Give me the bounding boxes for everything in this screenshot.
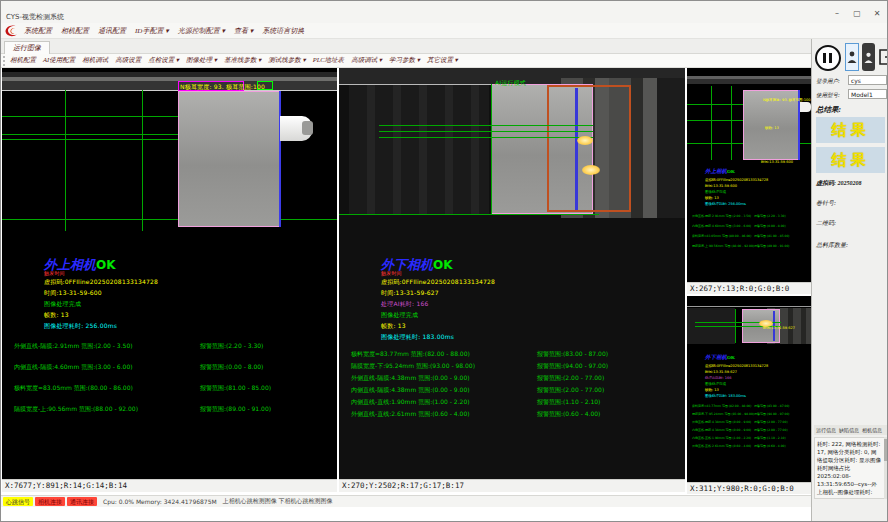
toolbar-advanced-settings[interactable]: 高级设置 [115, 56, 141, 65]
camera-result-title: 外上相机OK [705, 168, 735, 175]
login-user-field[interactable]: cys [848, 75, 887, 85]
menu-item-camera-config[interactable]: 相机配置 [61, 26, 89, 36]
minimize-icon[interactable]: – [831, 9, 843, 18]
camera-result-ok: OK [433, 258, 453, 272]
alarm-range: 报警范围:(1.10 - 2.10) [537, 398, 671, 407]
measurement-row: 内侧直线-隔膜:4.38mm 范围:(0.00 - 9.00)报警范围:(2.0… [692, 428, 808, 432]
tab-run-info[interactable]: 运行信息 [816, 427, 836, 433]
scrollbar-thumb[interactable] [884, 439, 888, 461]
close-icon[interactable]: ✕ [871, 9, 883, 18]
toolbar-baseline-params[interactable]: 基准线参数 ▾ [224, 56, 261, 65]
toolbar-image-processing[interactable]: 图像处理 ▾ [186, 56, 217, 65]
user-login-button[interactable] [845, 43, 859, 71]
done-line: 图像处理完成 [44, 300, 81, 309]
overlay-mini: 时间:13-31-59-627 [763, 326, 795, 330]
toolbar: 相机配置 AI使用配置 相机调试 高级设置 点检设置 ▾ 图像处理 ▾ 基准线参… [1, 54, 811, 68]
tab-camera-info[interactable]: 相机信息 [862, 427, 882, 433]
toolbar-camera-debug[interactable]: 相机调试 [82, 56, 108, 65]
toolbar-other-settings[interactable]: 其它设置 ▾ [427, 56, 458, 65]
alarm-range: 报警范围:(2.20 - 3.30) [200, 342, 334, 351]
frame-line: 帧数: 13 [705, 196, 719, 200]
thumbnail-view-lower[interactable]: 时间:13-31-59-627 外下相机OK 虚拟码:0FFIline20250… [687, 296, 811, 482]
measure-value: 外侧直线-直线:2.61mm 范围:(0.60 - 4.00) [351, 410, 537, 419]
measure-line [339, 214, 599, 215]
tab-defect-info[interactable]: 缺陷信息 [839, 427, 859, 433]
barcode-line: 虚拟码:0FFIline20250208133134728 [381, 278, 495, 287]
machine-edge [2, 90, 337, 91]
measurement-row: 隔膜宽度-上:90.56mm 范围:(88.00 - 92.00)报警范围:(8… [14, 405, 334, 414]
camera-name: 外上相机 [705, 168, 727, 174]
camera-name: 外下相机 [705, 354, 727, 360]
measure-value: 内侧直线-隔膜:4.60mm 范围:(3.00 - 6.00) [692, 224, 754, 228]
alarm-range: 报警范围:(83.00 - 87.00) [754, 404, 808, 408]
camera-view-lower[interactable]: AI运行模式 外下相机OK 触发时间 虚拟码:0FFIline202502081… [339, 68, 685, 479]
camera-result-title: 外下相机OK [705, 354, 735, 361]
measure-line [379, 137, 593, 138]
camera-heartbeat-readout: 上相机心跳检测图像 下相机心跳检测图像 [223, 497, 333, 506]
camera-view-upper[interactable]: N极耳宽度: 93. 极耳范围:100 外上相机OK 触发时间 虚拟码:0FFI… [2, 68, 337, 479]
edge-marker [575, 88, 578, 210]
status-bar: 心跳信号 相机连接 通讯连接 Cpu: 0.0% Memory: 3424.41… [1, 495, 811, 507]
menu-item-view[interactable]: 查看 ▾ [234, 26, 253, 36]
time-line: 时间:13-31-59-627 [705, 370, 737, 374]
toolbar-camera-config[interactable]: 相机配置 [10, 56, 36, 65]
guide-line-vertical [731, 86, 732, 160]
menu-item-id-hand-config[interactable]: ID手配置 ▾ [135, 26, 169, 36]
model-field[interactable]: Model1 [848, 89, 887, 99]
measurement-row: 外侧直线-直线:2.61mm 范围:(0.60 - 4.00)报警范围:(0.6… [692, 444, 808, 448]
measure-value: 隔膜宽度-上:90.56mm 范围:(88.00 - 92.00) [14, 405, 200, 414]
toolbar-plc-address[interactable]: PLC地址表 [313, 56, 344, 65]
virtual-code-label: 虚拟码: 20250208 [816, 179, 862, 188]
qr-code-label: 二维码: [816, 219, 836, 228]
toolbar-ai-config[interactable]: AI使用配置 [43, 56, 75, 65]
needle-number-label: 卷针号: [816, 199, 836, 208]
measure-line [2, 219, 337, 220]
camera-link-badge: 相机连接 [35, 497, 65, 506]
camera-result-ok: OK [96, 258, 116, 272]
measure-value: 外侧直线-隔膜:4.38mm 范围:(0.00 - 9.00) [351, 374, 537, 383]
result-text: 结果 [832, 121, 870, 140]
barcode-line: 虚拟码:0FFIline20250208133134728 [705, 178, 768, 182]
cursor-readout-thumb-upper: X:267;Y:13;R:0;G:0;B:0 [687, 282, 811, 294]
elapsed-line: 图像处理耗时: 183.00ms [705, 394, 746, 398]
measure-value: 内侧直线-直线:1.90mm 范围:(1.00 - 2.20) [692, 436, 754, 440]
menu-item-light-control[interactable]: 光源控制配置 ▾ [178, 26, 225, 36]
measure-value: 外侧直线-隔膜:4.38mm 范围:(0.00 - 9.00) [692, 420, 754, 424]
tab-run-image[interactable]: 运行图像 [4, 41, 50, 54]
result-box-lower: 结果 [816, 147, 885, 173]
measure-value: 外侧直线-直线:2.61mm 范围:(0.60 - 4.00) [692, 444, 754, 448]
measure-line [379, 131, 593, 132]
thumbnail-view-upper[interactable]: N极耳宽度: 93. 极耳范围:100 帧数: 13 时间:13-31-59-6… [687, 68, 811, 282]
result-text: 结果 [832, 151, 870, 170]
toolbar-advanced-debug[interactable]: 高级调试 ▾ [351, 56, 382, 65]
exit-button[interactable] [878, 43, 888, 71]
frame-line: 帧数: 13 [705, 388, 719, 392]
model-label: 使用型号: [816, 92, 840, 99]
alarm-range: 报警范围:(2.20 - 3.30) [754, 214, 808, 218]
admin-user-button[interactable] [862, 43, 875, 71]
measurement-row: 隔膜宽度-上:90.56mm 范围:(88.00 - 92.00)报警范围:(8… [692, 244, 808, 248]
maximize-icon[interactable]: ▢ [851, 9, 863, 18]
measure-value: 内侧直线-隔膜:4.60mm 范围:(3.00 - 6.00) [14, 363, 200, 372]
menu-item-comm-config[interactable]: 通讯配置 [98, 26, 126, 36]
measurement-row: 隔膜宽度-下:95.24mm 范围:(93.00 - 98.00)报警范围:(9… [351, 362, 671, 371]
barcode-line: 虚拟码:0FFIline20250208133134728 [44, 278, 158, 287]
measure-value: 内侧直线-隔膜:4.38mm 范围:(0.00 - 9.00) [351, 386, 537, 395]
info-scrollbar[interactable] [884, 437, 888, 499]
menu-item-system-config[interactable]: 系统配置 [24, 26, 52, 36]
menu-item-language-switch[interactable]: 系统语言切换 [262, 26, 304, 36]
alarm-range: 报警范围:(0.00 - 8.00) [754, 224, 808, 228]
pause-icon [823, 53, 826, 63]
measure-line [379, 125, 593, 126]
pause-icon [829, 53, 832, 63]
done-line: 图像处理完成 [705, 190, 726, 194]
done-line: 图像处理完成 [705, 382, 726, 386]
pause-button[interactable] [815, 45, 841, 71]
elapsed-line: 图像处理耗时: 256.00ms [705, 202, 746, 206]
time-line: 时间:13-31-59-600 [44, 289, 102, 298]
toolbar-learning-params[interactable]: 学习参数 ▾ [389, 56, 420, 65]
done-line: 图像处理完成 [381, 311, 418, 320]
toolbar-spot-check[interactable]: 点检设置 ▾ [148, 56, 179, 65]
toolbar-testline-params[interactable]: 测试线参数 ▾ [268, 56, 305, 65]
cursor-readout-upper: X:7677;Y:891;R:14;G:14;B:14 [2, 479, 337, 492]
